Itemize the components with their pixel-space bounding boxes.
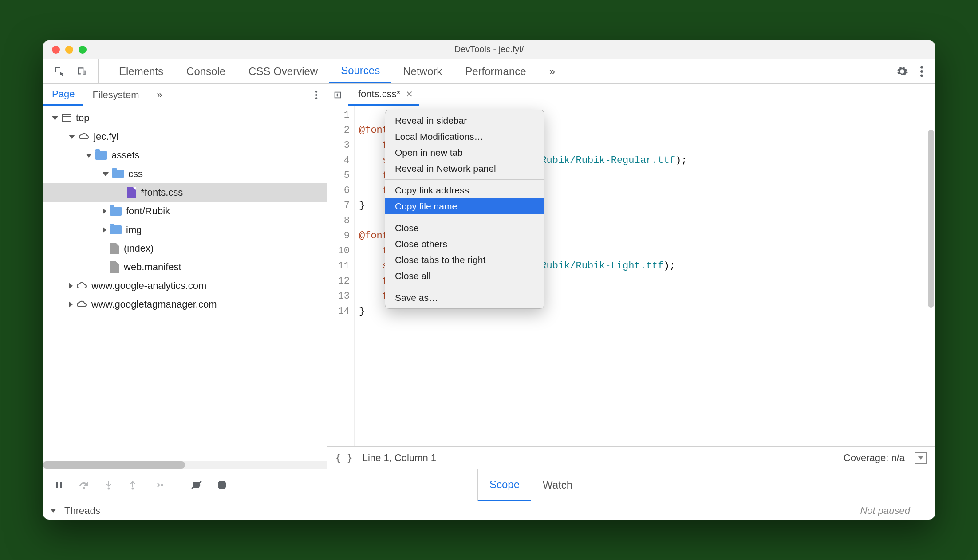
editor-tabs: fonts.css* ✕ xyxy=(327,84,935,106)
tree-css-folder[interactable]: css xyxy=(43,165,327,183)
svg-point-9 xyxy=(161,484,163,486)
titlebar: DevTools - jec.fyi/ xyxy=(43,40,935,59)
file-tree[interactable]: top jec.fyi assets css *fonts.css xyxy=(43,106,327,461)
tree-index[interactable]: (index) xyxy=(43,239,327,258)
editor-tab-fonts-css[interactable]: fonts.css* ✕ xyxy=(348,84,419,106)
svg-point-1 xyxy=(920,70,923,73)
step-icon[interactable] xyxy=(151,480,164,490)
tab-context-menu: Reveal in sidebar Local Modifications… O… xyxy=(385,110,544,309)
ctx-separator xyxy=(385,179,544,180)
devtools-window: DevTools - jec.fyi/ Elements Console CSS… xyxy=(43,40,935,520)
folder-icon xyxy=(110,225,122,234)
pause-button-icon[interactable] xyxy=(54,480,64,490)
tree-label: css xyxy=(128,168,143,180)
close-tab-icon[interactable]: ✕ xyxy=(406,89,413,99)
debug-controls xyxy=(43,469,478,501)
tree-googletagmanager[interactable]: www.googletagmanager.com xyxy=(43,295,327,314)
threads-label: Threads xyxy=(64,505,100,517)
device-toolbar-icon[interactable] xyxy=(76,66,87,77)
editor-statusbar: { } Line 1, Column 1 Coverage: n/a xyxy=(327,446,935,469)
svg-point-0 xyxy=(920,66,923,68)
debugger-row: Scope Watch xyxy=(43,469,935,501)
tree-label: top xyxy=(76,112,90,124)
tab-sources[interactable]: Sources xyxy=(329,59,391,83)
tree-domain[interactable]: jec.fyi xyxy=(43,127,327,146)
inspect-element-icon[interactable] xyxy=(54,66,65,77)
ctx-close-others[interactable]: Close others xyxy=(385,236,544,252)
tree-font-rubik[interactable]: font/Rubik xyxy=(43,202,327,221)
svg-point-8 xyxy=(132,488,134,490)
svg-point-2 xyxy=(920,74,923,77)
tree-manifest[interactable]: web.manifest xyxy=(43,258,327,276)
tab-network[interactable]: Network xyxy=(391,59,454,83)
tab-watch[interactable]: Watch xyxy=(531,469,584,501)
sidebar-tabs: Page Filesystem » xyxy=(43,84,327,106)
tree-label: img xyxy=(126,224,142,236)
step-into-icon[interactable] xyxy=(103,480,114,490)
ctx-close-all[interactable]: Close all xyxy=(385,268,544,284)
tree-label: assets xyxy=(111,150,140,161)
tabs-overflow-icon[interactable]: » xyxy=(538,59,567,83)
ctx-copy-link-address[interactable]: Copy link address xyxy=(385,182,544,198)
css-file-icon xyxy=(127,187,136,198)
ctx-local-modifications[interactable]: Local Modifications… xyxy=(385,129,544,145)
tab-scope[interactable]: Scope xyxy=(478,469,531,501)
svg-point-4 xyxy=(315,94,317,95)
tree-label: www.google-analytics.com xyxy=(91,280,206,292)
tab-performance[interactable]: Performance xyxy=(454,59,537,83)
tree-img-folder[interactable]: img xyxy=(43,221,327,239)
panel-tabs-row: Elements Console CSS Overview Sources Ne… xyxy=(43,59,935,84)
ctx-copy-file-name[interactable]: Copy file name xyxy=(385,198,544,214)
expand-threads-icon[interactable] xyxy=(50,509,56,513)
tab-css-overview[interactable]: CSS Overview xyxy=(237,59,329,83)
tree-label: font/Rubik xyxy=(126,205,170,217)
tree-label: (index) xyxy=(124,243,154,254)
collapse-navigator-icon[interactable] xyxy=(327,84,348,106)
settings-gear-icon[interactable] xyxy=(896,65,908,78)
svg-point-7 xyxy=(108,488,110,490)
pause-on-exceptions-icon[interactable] xyxy=(217,480,227,490)
cloud-icon xyxy=(76,299,87,310)
tree-assets[interactable]: assets xyxy=(43,146,327,165)
tab-console[interactable]: Console xyxy=(175,59,237,83)
tab-elements[interactable]: Elements xyxy=(107,59,175,83)
ctx-close-tabs-right[interactable]: Close tabs to the right xyxy=(385,252,544,268)
threads-row: Threads Not paused xyxy=(43,501,935,520)
pretty-print-button[interactable]: { } xyxy=(335,452,353,463)
folder-icon xyxy=(112,170,124,178)
frame-icon xyxy=(62,114,71,122)
file-icon xyxy=(110,243,119,254)
editor-scrollbar[interactable] xyxy=(928,130,934,308)
ctx-open-new-tab[interactable]: Open in new tab xyxy=(385,145,544,161)
cloud-icon xyxy=(79,131,89,142)
tree-label: *fonts.css xyxy=(141,187,183,198)
more-menu-icon[interactable] xyxy=(920,65,923,78)
sidebar-tabs-overflow-icon[interactable]: » xyxy=(148,84,171,106)
tree-label: www.googletagmanager.com xyxy=(91,299,217,310)
ctx-close[interactable]: Close xyxy=(385,220,544,236)
file-icon xyxy=(110,261,119,273)
ctx-reveal-sidebar[interactable]: Reveal in sidebar xyxy=(385,113,544,129)
line-gutter: 123 456 789 101112 1314 xyxy=(327,106,355,446)
deactivate-breakpoints-icon[interactable] xyxy=(191,480,203,490)
coverage-details-icon[interactable] xyxy=(915,452,927,464)
folder-icon xyxy=(95,151,107,160)
sidebar-tab-page[interactable]: Page xyxy=(43,84,83,106)
sidebar-more-icon[interactable] xyxy=(306,84,327,106)
tree-fonts-css[interactable]: *fonts.css xyxy=(43,183,327,202)
cloud-icon xyxy=(76,280,87,291)
tree-label: web.manifest xyxy=(124,261,181,273)
step-over-icon[interactable] xyxy=(78,480,90,490)
tree-google-analytics[interactable]: www.google-analytics.com xyxy=(43,276,327,295)
tree-top-frame[interactable]: top xyxy=(43,109,327,127)
folder-icon xyxy=(110,207,122,216)
ctx-reveal-network[interactable]: Reveal in Network panel xyxy=(385,161,544,177)
editor-tab-label: fonts.css* xyxy=(358,88,400,100)
ctx-separator xyxy=(385,287,544,287)
tree-label: jec.fyi xyxy=(94,131,118,142)
sidebar-scrollbar[interactable] xyxy=(43,461,327,469)
ctx-separator xyxy=(385,217,544,217)
sidebar-tab-filesystem[interactable]: Filesystem xyxy=(83,84,148,106)
step-out-icon[interactable] xyxy=(127,480,138,490)
ctx-save-as[interactable]: Save as… xyxy=(385,290,544,306)
